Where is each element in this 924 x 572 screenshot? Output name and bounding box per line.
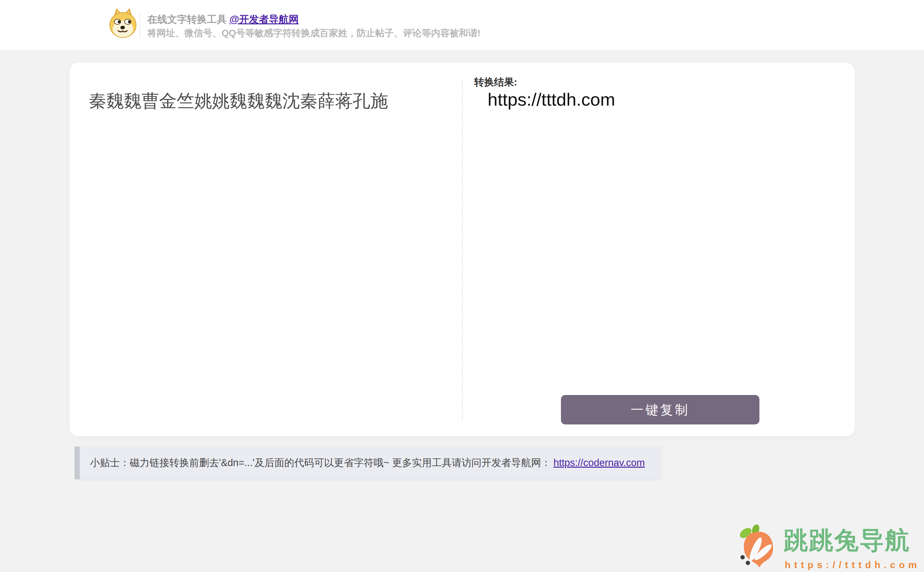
header-title: 在线文字转换工具 (147, 14, 230, 25)
header-subtitle: 将网址、微信号、QQ号等敏感字符转换成百家姓，防止帖子、评论等内容被和谐! (147, 27, 481, 40)
watermark-site-name: 跳跳兔导航 (784, 524, 910, 557)
copy-button[interactable]: 一键复制 (561, 395, 759, 424)
page: 在线文字转换工具 @开发者导航网 将网址、微信号、QQ号等敏感字符转换成百家姓，… (0, 0, 924, 572)
header-divider (140, 12, 140, 38)
converter-card: 秦魏魏曹金竺姚姚魏魏魏沈秦薛蒋孔施 转换结果: https://tttdh.co… (70, 63, 855, 436)
tip-text: 小贴士：磁力链接转换前删去'&dn=...'及后面的代码可以更省字符哦~ 更多实… (90, 456, 551, 469)
header-site-link[interactable]: @开发者导航网 (230, 14, 299, 25)
result-label: 转换结果: (474, 76, 517, 89)
codernav-link[interactable]: https://codernav.com (554, 457, 645, 469)
panel-divider (462, 79, 463, 421)
result-text: https://tttdh.com (488, 89, 615, 110)
tip-bar: 小贴士：磁力链接转换前删去'&dn=...'及后面的代码可以更省字符哦~ 更多实… (75, 446, 662, 479)
doge-logo-icon (107, 8, 138, 39)
carrot-rabbit-icon (737, 524, 778, 568)
site-watermark: 跳跳兔导航 https://tttdh.com (737, 522, 920, 572)
converted-text-input[interactable]: 秦魏魏曹金竺姚姚魏魏魏沈秦薛蒋孔施 (89, 90, 451, 410)
header: 在线文字转换工具 @开发者导航网 将网址、微信号、QQ号等敏感字符转换成百家姓，… (0, 0, 924, 50)
watermark-site-url: https://tttdh.com (785, 560, 921, 570)
